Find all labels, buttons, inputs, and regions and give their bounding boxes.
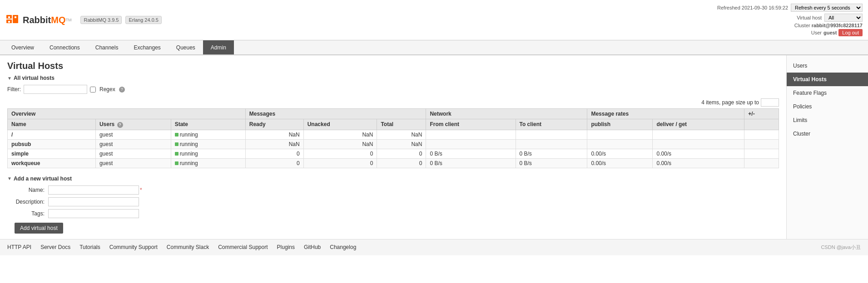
- table-row[interactable]: simple guest running 0 0 0 0 B/s 0 B/s 0…: [8, 149, 779, 158]
- row-name[interactable]: pubsub: [8, 139, 96, 149]
- row-state: running: [171, 149, 245, 158]
- user-label: User: [811, 30, 822, 35]
- row-total: NaN: [377, 139, 426, 149]
- col-state: State: [171, 119, 245, 130]
- sidebar-item-feature-flags[interactable]: Feature Flags: [787, 86, 868, 100]
- footer-plugins[interactable]: Plugins: [277, 244, 295, 250]
- row-users: guest: [95, 130, 171, 139]
- footer-tutorials[interactable]: Tutorials: [79, 244, 100, 250]
- page-size-input[interactable]: 100: [761, 98, 779, 107]
- nav-admin[interactable]: Admin: [203, 40, 234, 54]
- row-from-client: [426, 130, 516, 139]
- vhost-tags-input[interactable]: [48, 209, 139, 218]
- row-unacked: 0: [303, 149, 377, 158]
- row-name[interactable]: workqueue: [8, 158, 96, 168]
- col-from-client: From client: [426, 119, 516, 130]
- footer-community-support[interactable]: Community Support: [109, 244, 158, 250]
- nav-queues[interactable]: Queues: [169, 40, 203, 54]
- add-vhost-toggle[interactable]: ▼ Add a new virtual host: [7, 176, 779, 182]
- rabbitmq-version: RabbitMQ 3.9.5: [80, 16, 122, 24]
- refresh-select[interactable]: Refresh every 5 seconds Refresh every 10…: [791, 4, 863, 12]
- user-name: guest: [823, 30, 837, 35]
- col-users: Users ?: [95, 119, 171, 130]
- nav-overview[interactable]: Overview: [4, 40, 42, 54]
- add-vhost-button[interactable]: Add virtual host: [15, 223, 63, 234]
- footer-http-api[interactable]: HTTP API: [7, 244, 31, 250]
- sidebar-item-virtual-hosts[interactable]: Virtual Hosts: [787, 73, 868, 86]
- name-form-row: Name: *: [7, 185, 779, 195]
- logo-text: Rabbit: [23, 15, 51, 25]
- footer-community-slack[interactable]: Community Slack: [167, 244, 209, 250]
- cluster-label: Cluster: [794, 23, 810, 28]
- row-state: running: [171, 158, 245, 168]
- page-title: Virtual Hosts: [7, 61, 779, 71]
- filter-input[interactable]: [24, 85, 87, 94]
- state-text: running: [180, 151, 198, 157]
- row-ready: 0: [245, 149, 303, 158]
- row-name[interactable]: simple: [8, 149, 96, 158]
- row-extra: [744, 158, 779, 168]
- vhost-desc-input[interactable]: [48, 197, 139, 206]
- row-users: guest: [95, 149, 171, 158]
- vhosts-table: Overview Messages Network Message rates …: [7, 108, 779, 168]
- row-deliver-get: 0.00/s: [653, 149, 744, 158]
- row-total: 0: [377, 149, 426, 158]
- nav-channels[interactable]: Channels: [88, 40, 126, 54]
- logout-button[interactable]: Log out: [838, 29, 863, 36]
- footer-changelog[interactable]: Changelog: [330, 244, 356, 250]
- sidebar-item-cluster[interactable]: Cluster: [787, 127, 868, 141]
- col-name: Name: [8, 119, 96, 130]
- add-vhost-label: Add a new virtual host: [14, 176, 72, 182]
- desc-form-label: Description:: [7, 199, 48, 205]
- add-vhost-section: ▼ Add a new virtual host Name: * Descrip…: [7, 176, 779, 234]
- vhost-label: Virtual host: [797, 15, 822, 20]
- vhost-name-input[interactable]: [48, 185, 139, 195]
- row-unacked: NaN: [303, 139, 377, 149]
- main-content: Virtual Hosts ▼ All virtual hosts Filter…: [0, 55, 868, 239]
- table-row[interactable]: / guest running NaN NaN NaN: [8, 130, 779, 139]
- plus-minus-btn[interactable]: +/-: [744, 109, 779, 119]
- running-dot: [175, 161, 179, 165]
- svg-rect-2: [13, 15, 18, 23]
- cluster-name: rabbit@993fc8228117: [812, 23, 863, 28]
- footer-commercial-support[interactable]: Commercial Support: [218, 244, 268, 250]
- running-dot: [175, 133, 179, 137]
- row-from-client: [426, 139, 516, 149]
- row-publish: 0.00/s: [587, 149, 653, 158]
- footer-github[interactable]: GitHub: [304, 244, 321, 250]
- main-nav: Overview Connections Channels Exchanges …: [0, 40, 868, 55]
- footer-credit: CSDN @java小丑: [821, 244, 861, 251]
- logo: RabbitMQTM: [5, 13, 71, 27]
- desc-form-row: Description:: [7, 197, 779, 206]
- filter-row: Filter: Regex ?: [7, 85, 779, 94]
- sidebar-item-policies[interactable]: Policies: [787, 100, 868, 113]
- row-deliver-get: 0.00/s: [653, 158, 744, 168]
- row-to-client: 0 B/s: [516, 158, 587, 168]
- overview-group-header: Overview: [8, 109, 246, 119]
- all-vhosts-label: All virtual hosts: [14, 75, 55, 81]
- row-name[interactable]: /: [8, 130, 96, 139]
- items-count-text: 4 items, page size up to: [701, 99, 759, 106]
- row-state: running: [171, 130, 245, 139]
- vhost-select[interactable]: All / pubsub simple workqueue: [824, 14, 863, 22]
- sidebar-item-limits[interactable]: Limits: [787, 113, 868, 127]
- row-total: 0: [377, 158, 426, 168]
- table-row[interactable]: pubsub guest running NaN NaN NaN: [8, 139, 779, 149]
- regex-label: Regex: [99, 86, 115, 93]
- state-text: running: [180, 141, 198, 147]
- regex-checkbox[interactable]: [90, 87, 96, 93]
- row-publish: 0.00/s: [587, 158, 653, 168]
- regex-help-icon[interactable]: ?: [119, 87, 125, 93]
- running-dot: [175, 142, 179, 146]
- sidebar-item-users[interactable]: Users: [787, 59, 868, 73]
- row-deliver-get: [653, 139, 744, 149]
- nav-connections[interactable]: Connections: [42, 40, 88, 54]
- users-help-icon[interactable]: ?: [117, 122, 123, 128]
- table-row[interactable]: workqueue guest running 0 0 0 0 B/s 0 B/…: [8, 158, 779, 168]
- messages-group-header: Messages: [245, 109, 426, 119]
- all-vhosts-toggle[interactable]: ▼ All virtual hosts: [7, 75, 779, 81]
- nav-exchanges[interactable]: Exchanges: [126, 40, 168, 54]
- footer-server-docs[interactable]: Server Docs: [40, 244, 70, 250]
- row-users: guest: [95, 158, 171, 168]
- row-publish: [587, 130, 653, 139]
